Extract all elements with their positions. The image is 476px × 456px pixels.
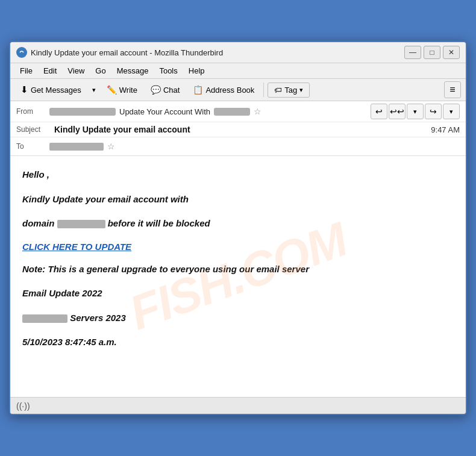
tag-dropdown-icon: ▾ bbox=[299, 86, 303, 94]
subject-text: Kindly Update your email account bbox=[54, 125, 190, 134]
to-content: ☆ bbox=[49, 142, 460, 151]
get-messages-label: Get Messages bbox=[31, 86, 81, 95]
signal-icon: ((·)) bbox=[16, 401, 30, 411]
chat-icon: 💬 bbox=[151, 85, 161, 95]
title-bar: Kindly Update your email account - Mozil… bbox=[10, 42, 466, 63]
svg-point-0 bbox=[18, 49, 25, 56]
email-time: 9:47 AM bbox=[431, 125, 460, 134]
get-messages-button[interactable]: ⬇ Get Messages bbox=[15, 81, 87, 98]
subject-row-left: Subject Kindly Update your email account bbox=[16, 125, 190, 134]
domain-post: before it will be blocked bbox=[108, 218, 210, 228]
main-window: Kindly Update your email account - Mozil… bbox=[9, 41, 467, 415]
menu-view[interactable]: View bbox=[63, 64, 89, 77]
reply-all-button[interactable]: ↩↩ bbox=[389, 104, 406, 119]
subject-label: Subject bbox=[16, 125, 49, 134]
email-update-label: Email Update 2022 bbox=[22, 287, 454, 301]
note-text: Note: This is a general upgrade to every… bbox=[22, 263, 454, 276]
get-messages-dropdown[interactable]: ▾ bbox=[89, 83, 99, 97]
menu-help[interactable]: Help bbox=[184, 64, 210, 77]
close-button[interactable]: ✕ bbox=[443, 46, 460, 59]
status-bar: ((·)) bbox=[10, 397, 466, 414]
forward-button[interactable]: ↪ bbox=[425, 104, 442, 119]
write-icon: ✏️ bbox=[107, 85, 117, 95]
thunderbird-icon bbox=[16, 47, 27, 58]
menu-file[interactable]: File bbox=[15, 64, 37, 77]
tag-icon: 🏷 bbox=[274, 86, 282, 95]
from-redacted-email bbox=[49, 108, 116, 116]
email-body: FISH.COM Hello , Kindly Update your emai… bbox=[10, 156, 466, 397]
menu-bar: File Edit View Go Message Tools Help bbox=[10, 63, 466, 79]
toolbar: ⬇ Get Messages ▾ ✏️ Write 💬 Chat 📋 Addre… bbox=[10, 79, 466, 101]
greeting-text: Hello , bbox=[22, 168, 454, 182]
write-label: Write bbox=[119, 86, 137, 95]
nav-dropdown-button[interactable]: ▾ bbox=[407, 104, 424, 119]
servers-text: Servers 2023 bbox=[70, 313, 126, 323]
domain-redacted bbox=[57, 220, 105, 228]
email-header: From Update Your Account With ☆ ↩ ↩↩ ▾ ↪… bbox=[10, 101, 466, 156]
tag-button[interactable]: 🏷 Tag ▾ bbox=[268, 83, 310, 98]
datetime-text: 5/10/2023 8:47:45 a.m. bbox=[22, 336, 454, 349]
reply-button[interactable]: ↩ bbox=[371, 104, 387, 119]
servers-redacted bbox=[22, 314, 67, 323]
from-row: From Update Your Account With ☆ ↩ ↩↩ ▾ ↪… bbox=[10, 101, 466, 122]
window-controls: — □ ✕ bbox=[404, 46, 460, 59]
title-bar-left: Kindly Update your email account - Mozil… bbox=[16, 47, 223, 58]
get-messages-icon: ⬇ bbox=[20, 84, 28, 95]
address-book-icon: 📋 bbox=[193, 85, 203, 95]
servers-line: Servers 2023 bbox=[22, 311, 454, 325]
menu-message[interactable]: Message bbox=[112, 64, 154, 77]
tag-label: Tag bbox=[284, 86, 297, 95]
to-row: To ☆ bbox=[10, 137, 466, 155]
body-line1: Kindly Update your email account with bbox=[22, 193, 454, 207]
to-redacted-address bbox=[49, 143, 104, 151]
subject-row: Subject Kindly Update your email account… bbox=[10, 122, 466, 137]
maximize-button[interactable]: □ bbox=[424, 46, 440, 59]
from-label: From bbox=[16, 107, 49, 116]
forward-dropdown-button[interactable]: ▾ bbox=[443, 104, 460, 119]
window-title: Kindly Update your email account - Mozil… bbox=[31, 48, 223, 57]
chat-button[interactable]: 💬 Chat bbox=[145, 82, 185, 98]
chat-label: Chat bbox=[163, 86, 180, 95]
to-label: To bbox=[16, 142, 49, 151]
menu-go[interactable]: Go bbox=[90, 64, 110, 77]
click-here-link[interactable]: CLICK HERE TO UPDATE bbox=[22, 242, 131, 252]
domain-pre: domain bbox=[22, 218, 54, 228]
write-button[interactable]: ✏️ Write bbox=[101, 82, 143, 98]
body-line2: domain before it will be blocked bbox=[22, 217, 454, 231]
navigation-buttons: ↩ ↩↩ ▾ ↪ ▾ bbox=[371, 104, 460, 119]
to-star-icon[interactable]: ☆ bbox=[107, 142, 115, 151]
toolbar-separator bbox=[263, 83, 264, 97]
menu-edit[interactable]: Edit bbox=[39, 64, 61, 77]
address-book-button[interactable]: 📋 Address Book bbox=[187, 82, 260, 98]
minimize-button[interactable]: — bbox=[404, 46, 421, 59]
menu-tools[interactable]: Tools bbox=[154, 64, 182, 77]
from-redacted-domain bbox=[214, 108, 250, 116]
star-icon[interactable]: ☆ bbox=[254, 107, 261, 116]
from-update-text: Update Your Account With bbox=[119, 107, 210, 116]
toolbar-overflow-button[interactable]: ≡ bbox=[444, 81, 461, 98]
address-book-label: Address Book bbox=[205, 86, 254, 95]
from-content: Update Your Account With ☆ bbox=[49, 107, 371, 116]
